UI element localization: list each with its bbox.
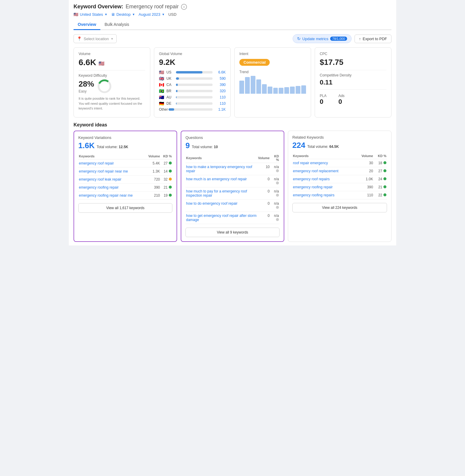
table-row: how to do emergency roof repair 0 n/a — [185, 200, 280, 212]
tab-bulk-analysis[interactable]: Bulk Analysis — [100, 20, 133, 30]
questions-total: Total volume: 10 — [191, 145, 218, 149]
volume-cell: 20 — [356, 167, 374, 175]
kw-cell[interactable]: emergency roofing repair near me — [78, 192, 145, 200]
kw-cell[interactable]: how much is an emergency roof repair — [185, 175, 258, 187]
keyword-link[interactable]: emergency roofing repair — [293, 185, 333, 189]
table-row: how to get emergency roof repair after s… — [185, 212, 280, 224]
kd-cell: 24 — [374, 175, 387, 183]
keyword-link[interactable]: emergency roof repair near me — [79, 169, 128, 173]
pla-label: PLA — [320, 94, 327, 98]
gv-flag-icon: 🇦🇺 — [159, 95, 164, 100]
kw-cell[interactable]: how to make a temporary emergency roof r… — [185, 163, 258, 175]
view-all-variations-button[interactable]: View all 1,617 keywords — [78, 203, 172, 213]
kw-cell[interactable]: emergency roofing repairs — [292, 191, 356, 199]
keyword-link[interactable]: how to get emergency roof repair after s… — [186, 214, 257, 222]
variations-table: Keywords Volume KD % emergency roof repa… — [78, 153, 172, 200]
volume-cell: 110 — [356, 191, 374, 199]
trend-bar — [279, 88, 283, 94]
related-count-row: 224 Total volume: 64.5K — [292, 141, 387, 150]
ads-item: Ads 0 — [338, 94, 345, 106]
tab-overview[interactable]: Overview — [74, 20, 100, 30]
volume-cell: 5.4K — [145, 159, 160, 167]
chevron-down-icon: ▼ — [104, 13, 107, 16]
cpc-value: $17.75 — [320, 58, 386, 67]
keyword-link[interactable]: how to make a temporary emergency roof r… — [186, 165, 252, 173]
keyword-link[interactable]: how much to pay for a emergency roof ins… — [186, 189, 247, 198]
kd-cell: 18 — [374, 159, 387, 167]
gv-other-row: Other 1.1K — [159, 107, 226, 112]
view-all-related-button[interactable]: View all 224 keywords — [292, 203, 387, 212]
kw-cell[interactable]: emergency roofing repair — [292, 183, 356, 191]
date-dropdown[interactable]: August 2023 ▼ — [139, 12, 165, 17]
kd-description: It is quite possible to rank for this ke… — [79, 96, 145, 111]
volume-cell: 0 — [258, 200, 270, 212]
kd-dot-icon — [169, 178, 172, 181]
kd-dot-icon — [383, 169, 386, 172]
desktop-icon: 🖥 — [111, 12, 115, 17]
device-dropdown[interactable]: 🖥 Desktop ▼ — [111, 12, 135, 17]
location-select[interactable]: 📍 Select location ▼ — [74, 34, 117, 43]
view-all-questions-button[interactable]: View all 9 keywords — [185, 228, 280, 237]
trend-bar — [256, 79, 261, 94]
keyword-link[interactable]: emergency roofing repair near me — [79, 193, 133, 198]
trend-bar — [245, 77, 250, 94]
kd-label: Keyword Difficulty — [79, 73, 145, 78]
col-volume: Volume — [356, 153, 374, 159]
kd-cell: 19 — [160, 192, 172, 200]
kw-cell[interactable]: emergency roof repair — [78, 159, 145, 167]
keyword-link[interactable]: emergency roofing repair — [79, 185, 118, 190]
kw-cell[interactable]: emergency roof replacement — [292, 167, 356, 175]
update-metrics-button[interactable]: ↻ Update metrics 78/1,000 — [293, 34, 352, 43]
kw-cell[interactable]: emergency roofing repair — [78, 184, 145, 192]
kd-dot-icon — [169, 194, 172, 197]
gv-flag-icon: 🇺🇸 — [159, 70, 164, 75]
col-volume: Volume — [258, 153, 270, 163]
trend-label: Trend — [239, 70, 306, 74]
volume-cell: 30 — [356, 159, 374, 167]
kd-dot-icon — [383, 193, 386, 196]
country-dropdown[interactable]: 🇺🇸 United States ▼ — [74, 12, 107, 17]
col-kd: KD % — [374, 153, 387, 159]
kw-cell[interactable]: how to do emergency roof repair — [185, 200, 258, 212]
gv-country-num: 320 — [215, 89, 226, 93]
gv-country-row: 🇺🇸 US 6.6K — [159, 70, 226, 75]
kw-cell[interactable]: how much to pay for a emergency roof ins… — [185, 187, 258, 200]
kd-dot-icon — [169, 170, 172, 173]
intent-label: Intent — [239, 52, 306, 56]
kw-cell[interactable]: how to get emergency roof repair after s… — [185, 212, 258, 224]
gv-other-num: 1.1K — [215, 107, 226, 112]
gv-flag-icon: 🇬🇧 — [159, 76, 164, 81]
kw-cell[interactable]: roof repair emergency — [292, 159, 356, 167]
kd-cell: 27 — [160, 159, 172, 167]
keyword-link[interactable]: how to do emergency roof repair — [186, 201, 238, 206]
related-total: Total volume: 64.5K — [306, 145, 339, 149]
keyword-link[interactable]: emergency roof repairs — [293, 177, 330, 181]
volume-cell: 10 — [258, 163, 270, 175]
kd-cell: n/a — [270, 187, 280, 200]
comp-density-label: Competitive Density — [320, 73, 386, 77]
kw-cell[interactable]: emergency roof leak repair — [78, 176, 145, 184]
keyword-link[interactable]: how much is an emergency roof repair — [186, 177, 247, 181]
date-label: August 2023 — [139, 12, 160, 17]
variations-type: Keyword Variations — [78, 135, 172, 140]
keyword-link[interactable]: emergency roof leak repair — [79, 177, 121, 181]
gv-country-row: 🇨🇦 CA 390 — [159, 82, 226, 87]
kw-cell[interactable]: emergency roof repairs — [292, 175, 356, 183]
keyword-link[interactable]: roof repair emergency — [293, 161, 328, 165]
kd-dot-icon — [383, 185, 386, 188]
keyword-link[interactable]: emergency roof replacement — [293, 169, 338, 173]
trend-bar — [301, 85, 306, 94]
kw-cell[interactable]: emergency roof repair near me — [78, 167, 145, 176]
export-label: Export to PDF — [363, 37, 387, 41]
volume-value: 6.6K 🇺🇸 — [79, 58, 145, 67]
keyword-link[interactable]: emergency roof repair — [79, 161, 114, 165]
export-icon: ↑ — [359, 37, 361, 41]
metrics-badge: 78/1,000 — [330, 37, 347, 41]
questions-table: Keywords Volume KD % how to make a tempo… — [185, 153, 280, 224]
intent-badge: Commercial — [239, 59, 270, 66]
add-keyword-icon[interactable]: + — [181, 4, 187, 10]
kd-dot-icon — [383, 177, 386, 180]
keyword-ideas-section: Keyword ideas Keyword Variations 1.6K To… — [74, 122, 391, 242]
keyword-link[interactable]: emergency roofing repairs — [293, 193, 334, 197]
export-button[interactable]: ↑ Export to PDF — [355, 35, 391, 43]
